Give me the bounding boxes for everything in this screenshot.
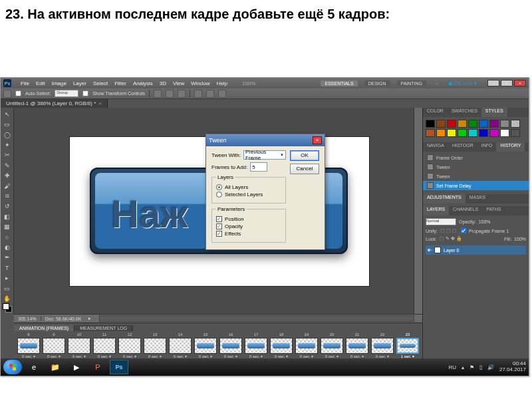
pen-tool[interactable]: ✒ <box>1 253 13 263</box>
history-row[interactable]: Tween <box>423 162 529 172</box>
close-tab-icon[interactable]: × <box>98 100 102 106</box>
history-row[interactable]: Set Frame Delay <box>423 181 529 190</box>
history-row[interactable]: Frame Order <box>423 153 529 162</box>
auto-select-dropdown[interactable]: Group <box>55 90 78 97</box>
align-icon[interactable] <box>166 90 174 98</box>
fg-color-icon[interactable] <box>3 303 9 310</box>
cslive-button[interactable]: ◉ CS Live ▾ <box>448 80 477 86</box>
blur-tool[interactable]: ○ <box>1 232 13 242</box>
menu-edit[interactable]: Edit <box>36 80 45 86</box>
style-swatch[interactable] <box>511 129 520 137</box>
style-swatch[interactable] <box>447 120 456 128</box>
channels-tab[interactable]: CHANNELS <box>449 206 482 215</box>
menu-layer[interactable]: Layer <box>73 80 86 86</box>
opacity-value[interactable]: 100% <box>479 219 491 224</box>
gradient-tool[interactable]: ▦ <box>1 221 13 231</box>
style-swatch[interactable] <box>489 129 499 137</box>
history-row[interactable]: Tween <box>423 172 529 181</box>
menu-3d[interactable]: 3D <box>160 80 166 86</box>
type-tool[interactable]: T <box>1 263 13 273</box>
taskbar-media-icon[interactable]: ▶ <box>67 360 86 374</box>
tween-with-dropdown[interactable]: Previous Frame ▼ <box>243 150 286 160</box>
dodge-tool[interactable]: ◐ <box>1 242 13 252</box>
stamp-tool[interactable]: ⧈ <box>1 191 13 201</box>
style-swatch[interactable] <box>458 129 467 137</box>
style-swatch[interactable] <box>500 120 509 128</box>
frames-to-add-input[interactable] <box>250 162 267 172</box>
start-button[interactable] <box>3 360 22 374</box>
menu-image[interactable]: Image <box>52 80 66 86</box>
style-swatch[interactable] <box>436 120 446 128</box>
blend-mode-dropdown[interactable]: Normal <box>426 218 456 225</box>
heal-tool[interactable]: ✚ <box>1 170 13 180</box>
lang-indicator[interactable]: RU <box>448 364 456 370</box>
workspace-design[interactable]: DESIGN <box>364 80 390 86</box>
style-swatch[interactable] <box>468 120 477 128</box>
style-swatch[interactable] <box>479 129 488 137</box>
style-swatch[interactable] <box>447 129 456 137</box>
align-icon[interactable] <box>178 90 186 98</box>
crop-tool[interactable]: ✂ <box>1 150 13 160</box>
layers-tab[interactable]: LAYERS <box>423 206 449 215</box>
visibility-icon[interactable]: 👁 <box>427 248 432 253</box>
horizontal-scrollbar[interactable] <box>99 315 414 322</box>
style-swatch[interactable] <box>500 129 509 137</box>
menu-window[interactable]: Window <box>191 80 209 86</box>
move-tool[interactable]: ↖ <box>1 109 13 119</box>
fill-value[interactable]: 100% <box>514 237 526 241</box>
navigator-tab[interactable]: NAVIGA <box>423 142 448 152</box>
distribute-icon[interactable] <box>206 90 214 98</box>
style-swatch[interactable] <box>489 120 499 128</box>
close-button[interactable]: × <box>514 80 526 86</box>
zoom-indicator[interactable]: 100% <box>242 80 255 86</box>
hand-tool[interactable]: ✋ <box>1 293 13 303</box>
auto-select-checkbox[interactable] <box>15 90 21 96</box>
swatches-tab[interactable]: SWATCHES <box>448 108 481 117</box>
show-transform-checkbox[interactable] <box>82 90 88 96</box>
position-checkbox[interactable]: Position <box>216 216 281 222</box>
lasso-tool[interactable]: ◯ <box>1 130 13 140</box>
taskbar-explorer-icon[interactable]: 📁 <box>46 360 65 374</box>
vertical-scrollbar[interactable] <box>414 108 422 314</box>
marquee-tool[interactable]: ▭ <box>1 119 13 129</box>
document-tab[interactable]: Untitled-1 @ 386% (Layer 0, RGB/8) * × <box>1 99 108 108</box>
taskbar-ie-icon[interactable]: e <box>25 360 43 374</box>
color-swatches[interactable] <box>3 303 12 313</box>
brush-tool[interactable]: 🖌 <box>1 181 13 191</box>
masks-tab[interactable]: MASKS <box>466 194 490 203</box>
style-swatch[interactable] <box>468 129 477 137</box>
measurement-log-tab[interactable]: MEASUREMENT LOG <box>74 325 133 331</box>
menu-analysis[interactable]: Analysis <box>133 80 153 86</box>
color-tab[interactable]: COLOR <box>423 108 448 117</box>
propagate-checkbox[interactable] <box>461 228 466 233</box>
all-layers-radio[interactable]: All Layers <box>216 184 281 190</box>
history-tab[interactable]: HISTORY <box>496 142 525 152</box>
maximize-button[interactable]: □ <box>501 80 513 86</box>
ok-button[interactable]: OK <box>290 150 319 161</box>
zoom-field[interactable]: 305.14% <box>14 317 41 321</box>
style-swatch[interactable] <box>426 120 435 128</box>
styles-tab[interactable]: STYLES <box>481 108 507 117</box>
eraser-tool[interactable]: ◧ <box>1 211 13 221</box>
workspace-essentials[interactable]: ESSENTIALS <box>321 80 357 86</box>
path-tool[interactable]: ▸ <box>1 273 13 283</box>
style-swatch[interactable] <box>426 129 435 137</box>
cancel-button[interactable]: Cancel <box>290 164 319 174</box>
effects-checkbox[interactable]: Effects <box>216 231 281 237</box>
histogram-tab[interactable]: HISTOGR <box>448 142 477 152</box>
history-brush-tool[interactable]: ↺ <box>1 201 13 211</box>
taskbar-powerpoint-icon[interactable]: P <box>88 360 107 374</box>
style-swatch[interactable] <box>436 129 446 137</box>
wand-tool[interactable]: ✦ <box>1 140 13 150</box>
info-tab[interactable]: INFO <box>477 142 497 152</box>
layer-row[interactable]: 👁 Layer 0 <box>426 245 526 255</box>
distribute-icon[interactable] <box>194 90 202 98</box>
adjustments-tab[interactable]: ADJUSTMENTS <box>423 194 466 203</box>
dialog-titlebar[interactable]: Tween × <box>206 134 325 146</box>
taskbar-photoshop-icon[interactable]: Ps <box>110 360 128 374</box>
shape-tool[interactable]: ▭ <box>1 283 13 293</box>
animation-frames-tab[interactable]: ANIMATION (FRAMES) <box>14 325 74 331</box>
style-swatch[interactable] <box>511 120 520 128</box>
eyedropper-tool[interactable]: ✎ <box>1 160 13 170</box>
style-swatch[interactable] <box>458 120 467 128</box>
